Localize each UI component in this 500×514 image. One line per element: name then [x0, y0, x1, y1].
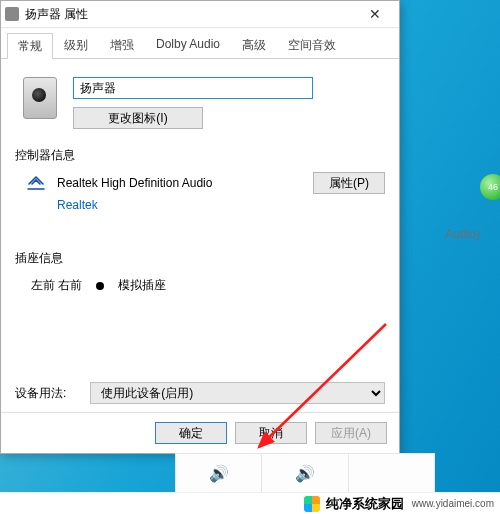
- device-name-input[interactable]: [73, 77, 313, 99]
- brand-url: www.yidaimei.com: [412, 498, 494, 509]
- controller-provider: Realtek: [57, 198, 385, 212]
- device-usage-label: 设备用法:: [15, 385, 66, 402]
- volume-panel[interactable]: [349, 453, 435, 493]
- brand-name: 纯净系统家园: [326, 495, 404, 513]
- volume-panels: 🔊 🔊: [175, 453, 435, 493]
- dialog-title: 扬声器 属性: [25, 6, 355, 23]
- speakers-properties-dialog: 扬声器 属性 ✕ 常规 级别 增强 Dolby Audio 高级 空间音效 更改…: [0, 0, 400, 454]
- tab-enhancements[interactable]: 增强: [99, 32, 145, 58]
- cancel-button[interactable]: 取消: [235, 422, 307, 444]
- dialog-body: 更改图标(I) 控制器信息 Realtek High Definition Au…: [1, 59, 399, 412]
- controller-section-title: 控制器信息: [15, 147, 385, 164]
- tab-advanced[interactable]: 高级: [231, 32, 277, 58]
- change-icon-button[interactable]: 更改图标(I): [73, 107, 203, 129]
- ok-button[interactable]: 确定: [155, 422, 227, 444]
- watermark-bar: 纯净系统家园 www.yidaimei.com: [0, 492, 500, 514]
- titlebar: 扬声器 属性 ✕: [1, 1, 399, 28]
- device-usage-select[interactable]: 使用此设备(启用): [90, 382, 385, 404]
- device-icon: [23, 77, 57, 119]
- controller-name: Realtek High Definition Audio: [57, 176, 303, 190]
- jack-section-title: 插座信息: [15, 250, 385, 267]
- tab-levels[interactable]: 级别: [53, 32, 99, 58]
- apply-button[interactable]: 应用(A): [315, 422, 387, 444]
- battery-badge: 46: [480, 174, 500, 200]
- tab-general[interactable]: 常规: [7, 33, 53, 59]
- brand-logo-icon: [304, 496, 320, 512]
- tabs: 常规 级别 增强 Dolby Audio 高级 空间音效: [1, 28, 399, 59]
- jack-type: 模拟插座: [118, 277, 166, 294]
- speaker-glyph-icon: 🔊: [295, 464, 315, 483]
- close-button[interactable]: ✕: [355, 6, 395, 22]
- dialog-footer: 确定 取消 应用(A): [1, 412, 399, 453]
- volume-panel[interactable]: 🔊: [175, 453, 262, 493]
- tab-spatial[interactable]: 空间音效: [277, 32, 347, 58]
- jack-color-icon: [96, 282, 104, 290]
- realtek-icon: [25, 174, 47, 192]
- volume-panel[interactable]: 🔊: [262, 453, 348, 493]
- speaker-glyph-icon: 🔊: [209, 464, 229, 483]
- tab-dolby[interactable]: Dolby Audio: [145, 32, 231, 58]
- background-audio-label: Audio): [445, 227, 480, 241]
- controller-properties-button[interactable]: 属性(P): [313, 172, 385, 194]
- jack-channels: 左前 右前: [31, 277, 82, 294]
- speaker-icon: [5, 7, 19, 21]
